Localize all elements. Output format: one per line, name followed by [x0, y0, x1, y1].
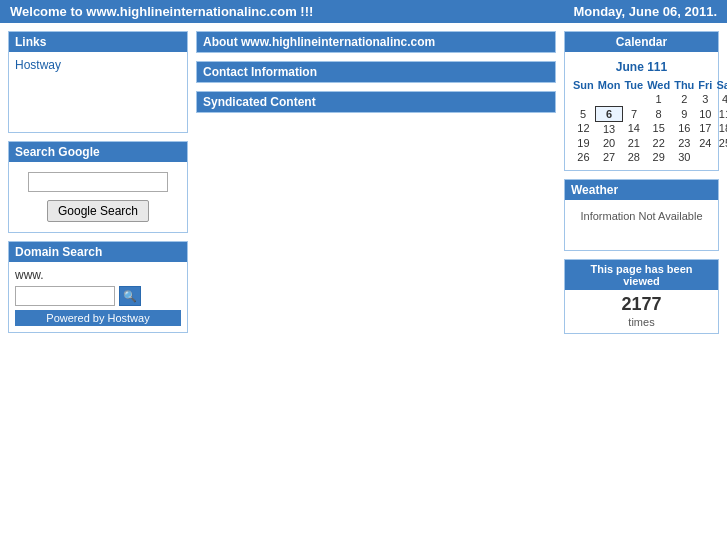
links-panel-body: Hostway	[9, 52, 187, 132]
calendar-day: 22	[645, 136, 672, 150]
calendar-day: 3	[696, 92, 714, 106]
pageviews-panel: This page has been viewed 2177 times	[564, 259, 719, 334]
calendar-day: 20	[596, 136, 623, 150]
domain-search-icon: 🔍	[123, 290, 137, 303]
calendar-day: 27	[596, 150, 623, 164]
calendar-day: 13	[596, 121, 623, 136]
google-search-button[interactable]: Google Search	[47, 200, 149, 222]
welcome-text: Welcome to www.highlineinternationalinc.…	[10, 4, 313, 19]
calendar-day: 28	[622, 150, 645, 164]
calendar-day: 19	[571, 136, 596, 150]
calendar-day: 17	[696, 121, 714, 136]
calendar-day	[714, 150, 727, 164]
calendar-month: June 111	[571, 58, 712, 78]
search-google-title: Search Google	[9, 142, 187, 162]
right-column: Calendar June 111 SunMonTueWedThuFriSat …	[564, 31, 719, 334]
calendar-day: 9	[672, 106, 696, 121]
calendar-day: 14	[622, 121, 645, 136]
pageviews-body: 2177 times	[565, 290, 718, 333]
calendar-tbody: 1234567891011121314151617181920212223242…	[571, 92, 727, 164]
date-text: Monday, June 06, 2011.	[573, 4, 717, 19]
hostway-link[interactable]: Hostway	[15, 58, 61, 72]
calendar-day	[571, 92, 596, 106]
main-content: Links Hostway Search Google Google Searc…	[0, 23, 727, 342]
domain-search-body: www. 🔍 Powered by Hostway	[9, 262, 187, 332]
calendar-day: 15	[645, 121, 672, 136]
calendar-dow-wed: Wed	[645, 78, 672, 92]
calendar-day: 10	[696, 106, 714, 121]
left-column: Links Hostway Search Google Google Searc…	[8, 31, 188, 333]
calendar-day: 7	[622, 106, 645, 121]
calendar-dow-tue: Tue	[622, 78, 645, 92]
weather-info: Information Not Available	[580, 210, 702, 222]
domain-search-row: 🔍	[15, 286, 181, 306]
weather-body: Information Not Available	[565, 200, 718, 250]
domain-search-button[interactable]: 🔍	[119, 286, 141, 306]
calendar-dow-row: SunMonTueWedThuFriSat	[571, 78, 727, 92]
calendar-day: 21	[622, 136, 645, 150]
calendar-table: SunMonTueWedThuFriSat 123456789101112131…	[571, 78, 727, 164]
pageviews-panel-title: This page has been viewed	[565, 260, 718, 290]
calendar-day: 1	[645, 92, 672, 106]
search-google-input[interactable]	[28, 172, 168, 192]
domain-powered-text: Powered by Hostway	[15, 310, 181, 326]
pageviews-times-label: times	[628, 316, 654, 328]
calendar-day: 24	[696, 136, 714, 150]
calendar-week-row: 2627282930	[571, 150, 727, 164]
calendar-week-row: 567891011	[571, 106, 727, 121]
contact-header: Contact Information	[196, 61, 556, 83]
calendar-body: June 111 SunMonTueWedThuFriSat 123456789…	[565, 52, 718, 170]
domain-search-panel: Domain Search www. 🔍 Powered by Hostway	[8, 241, 188, 333]
calendar-dow-mon: Mon	[596, 78, 623, 92]
calendar-week-row: 19202122232425	[571, 136, 727, 150]
about-header: About www.highlineinternationalinc.com	[196, 31, 556, 53]
calendar-day: 16	[672, 121, 696, 136]
calendar-day: 23	[672, 136, 696, 150]
calendar-day: 30	[672, 150, 696, 164]
domain-search-input[interactable]	[15, 286, 115, 306]
calendar-day	[622, 92, 645, 106]
calendar-day	[596, 92, 623, 106]
calendar-dow-sun: Sun	[571, 78, 596, 92]
calendar-dow-thu: Thu	[672, 78, 696, 92]
search-google-panel: Search Google Google Search	[8, 141, 188, 233]
calendar-day: 26	[571, 150, 596, 164]
domain-search-title: Domain Search	[9, 242, 187, 262]
page-header: Welcome to www.highlineinternationalinc.…	[0, 0, 727, 23]
calendar-day: 4	[714, 92, 727, 106]
calendar-panel: Calendar June 111 SunMonTueWedThuFriSat …	[564, 31, 719, 171]
middle-column: About www.highlineinternationalinc.com C…	[196, 31, 556, 117]
calendar-day: 25	[714, 136, 727, 150]
calendar-day: 29	[645, 150, 672, 164]
calendar-day: 8	[645, 106, 672, 121]
www-label: www.	[15, 268, 181, 282]
search-google-body: Google Search	[9, 162, 187, 232]
calendar-day: 5	[571, 106, 596, 121]
calendar-day: 18	[714, 121, 727, 136]
calendar-dow-sat: Sat	[714, 78, 727, 92]
weather-panel-title: Weather	[565, 180, 718, 200]
calendar-day: 11	[714, 106, 727, 121]
calendar-day: 12	[571, 121, 596, 136]
calendar-panel-title: Calendar	[565, 32, 718, 52]
weather-panel: Weather Information Not Available	[564, 179, 719, 251]
syndicated-header: Syndicated Content	[196, 91, 556, 113]
calendar-dow-fri: Fri	[696, 78, 714, 92]
calendar-day: 2	[672, 92, 696, 106]
calendar-week-row: 1234	[571, 92, 727, 106]
calendar-week-row: 12131415161718	[571, 121, 727, 136]
pageviews-count: 2177	[569, 294, 714, 315]
links-panel: Links Hostway	[8, 31, 188, 133]
links-panel-title: Links	[9, 32, 187, 52]
calendar-day: 6	[596, 106, 623, 121]
calendar-day	[696, 150, 714, 164]
